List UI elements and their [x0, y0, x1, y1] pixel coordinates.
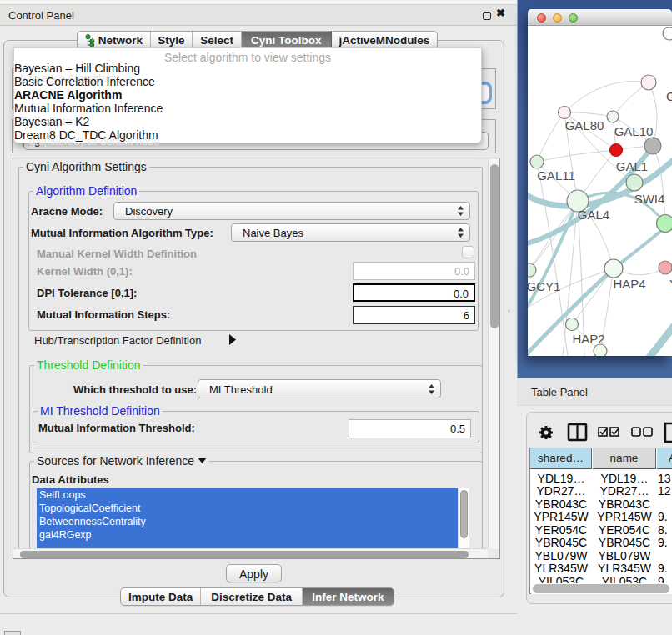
svg-text:HAP4: HAP4	[613, 277, 645, 291]
svg-text:GAL1: GAL1	[616, 159, 648, 173]
svg-text:GAL4: GAL4	[578, 208, 609, 222]
svg-text:SWI4: SWI4	[634, 192, 665, 206]
svg-text:GAL10: GAL10	[614, 124, 654, 138]
svg-text:GAL7: GAL7	[666, 89, 672, 103]
svg-text:GCY1: GCY1	[528, 279, 560, 293]
svg-text:HAP2: HAP2	[572, 332, 604, 346]
svg-text:GAL80: GAL80	[565, 118, 604, 132]
svg-text:GAL11: GAL11	[537, 168, 575, 182]
